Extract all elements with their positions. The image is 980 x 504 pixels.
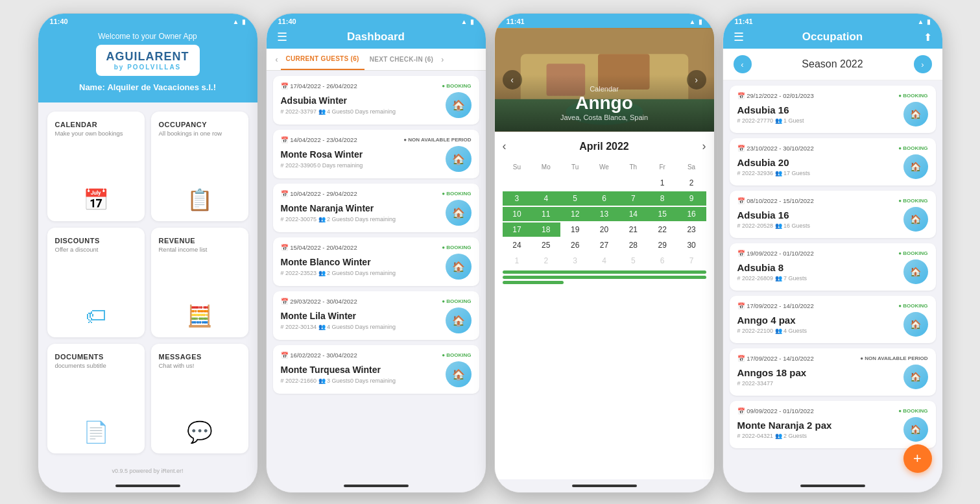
cal-cell-5-4[interactable]: 5	[619, 254, 648, 268]
cal-cell-4-3[interactable]: 27	[590, 238, 619, 252]
card-name-0: Adsubia Winter	[281, 95, 396, 106]
cal-cell-5-6[interactable]: 7	[677, 254, 706, 268]
cal-cell-5-2[interactable]: 3	[560, 254, 590, 268]
cal-cell-0-2[interactable]	[560, 176, 590, 190]
cal-cell-2-6[interactable]: 16	[677, 207, 706, 221]
cal-cell-1-5[interactable]: 8	[648, 191, 677, 206]
occ-ref-4: # 2022-22100 👥 4 Guests	[737, 328, 807, 334]
cal-cell-4-5[interactable]: 29	[648, 238, 677, 252]
cal-cell-3-1[interactable]: 18	[531, 222, 560, 237]
cal-cell-3-0[interactable]: 17	[503, 222, 532, 237]
occ-card-0[interactable]: 📅 29/12/2022 - 02/01/2023 ● BOOKING Adsu…	[730, 86, 936, 133]
wifi-icon-4: ▲	[918, 18, 924, 25]
occ-card-5[interactable]: 📅 17/09/2022 - 14/10/2022 ● NON AVAILABL…	[730, 348, 936, 396]
cal-cell-0-3[interactable]	[590, 176, 619, 190]
tile-documents[interactable]: DOCUMENTS documents subtitle 📄	[47, 344, 145, 453]
cal-cell-0-6[interactable]: 2	[677, 176, 706, 190]
card-days-0: 0 Days remaining	[350, 108, 396, 115]
welcome-text: Welcome to your Owner App	[51, 32, 245, 41]
occ-header-2: 📅 08/10/2022 - 15/10/2022 ● BOOKING	[737, 197, 928, 204]
home-indicator-1	[115, 485, 180, 487]
cal-cell-3-4[interactable]: 21	[619, 222, 648, 237]
cal-cell-0-1[interactable]	[531, 176, 560, 190]
cal-cell-1-4[interactable]: 7	[619, 191, 648, 206]
tile-discounts[interactable]: DISCOUNTS Offer a discount 🏷	[47, 228, 145, 337]
cal-cell-1-2[interactable]: 5	[560, 191, 590, 206]
season-next-btn[interactable]: ›	[914, 55, 932, 73]
cal-cell-5-1[interactable]: 2	[531, 254, 560, 268]
cal-cell-2-0[interactable]: 10	[503, 207, 532, 221]
occ-card-3[interactable]: 📅 19/09/2022 - 01/10/2022 ● BOOKING Adsu…	[730, 243, 936, 291]
cal-cell-5-5[interactable]: 6	[648, 254, 677, 268]
booking-card-5[interactable]: 📅 16/02/2022 - 30/04/2022 ● BOOKING Mont…	[273, 345, 479, 394]
card-ref-3: # 2022-23523 👥 2 Guests	[281, 270, 351, 276]
card-ref-1: # 2022-33905	[281, 162, 317, 169]
cal-cell-4-0[interactable]: 24	[503, 238, 532, 252]
card-name-2: Monte Naranja Winter	[281, 203, 396, 213]
booking-card-1[interactable]: 📅 14/04/2022 - 23/04/2022 ● NON AVAILABL…	[273, 130, 479, 178]
tile-revenue[interactable]: REVENUE Rental income list 🧮	[151, 228, 248, 337]
card-badge-4: ● BOOKING	[442, 298, 471, 304]
cal-cell-0-5[interactable]: 1	[648, 176, 677, 190]
filter-icon[interactable]: ⬆	[924, 31, 932, 43]
cal-cell-3-6[interactable]: 23	[677, 222, 706, 237]
occ-card-2[interactable]: 📅 08/10/2022 - 15/10/2022 ● BOOKING Adsu…	[730, 191, 936, 238]
cal-cell-3-2[interactable]: 19	[560, 222, 590, 237]
occ-header-6: 📅 09/09/2022 - 01/10/2022 ● BOOKING	[737, 407, 928, 414]
cal-cell-0-4[interactable]	[619, 176, 648, 190]
booking-card-4[interactable]: 📅 29/03/2022 - 30/04/2022 ● BOOKING Mont…	[273, 291, 479, 340]
tab-next-checkin[interactable]: NEXT CHECK-IN (6)	[365, 49, 438, 69]
cal-cell-4-4[interactable]: 28	[619, 238, 648, 252]
wifi-icon: ▲	[233, 18, 239, 25]
cal-cell-2-3[interactable]: 13	[590, 207, 619, 221]
hamburger-icon-4[interactable]: ☰	[734, 30, 744, 44]
occ-card-1[interactable]: 📅 23/10/2022 - 30/10/2022 ● BOOKING Adsu…	[730, 138, 936, 186]
card-date-3: 📅 15/04/2022 - 20/04/2022	[281, 244, 357, 251]
bottom-bar-4	[723, 479, 942, 492]
card-footer-3: # 2022-23523 👥 2 Guests 0 Days remaining	[281, 270, 396, 276]
card-body-1: Monte Rosa Winter # 2022-33905 0 Days re…	[281, 146, 472, 172]
tile-occupancy-title: OCCUPANCY	[159, 121, 208, 128]
tile-occupancy[interactable]: OCCUPANCY All bookings in one row 📋	[151, 112, 248, 221]
occ-date-5: 📅 17/09/2022 - 14/10/2022	[737, 355, 814, 362]
hamburger-icon-2[interactable]: ☰	[277, 30, 287, 44]
cal-cell-2-2[interactable]: 12	[560, 207, 590, 221]
cal-cell-1-3[interactable]: 6	[590, 191, 619, 206]
occ-badge-5: ● NON AVAILABLE PERIOD	[860, 355, 927, 361]
cal-cell-5-3[interactable]: 4	[590, 254, 619, 268]
tile-messages[interactable]: MESSAGES Chat with us! 💬	[151, 344, 248, 453]
cal-cell-5-0[interactable]: 1	[503, 254, 532, 268]
occ-ref-0: # 2022-27770 👥 1 Guest	[737, 117, 804, 124]
status-icons-4: ▲ ▮	[918, 18, 931, 25]
cal-cell-1-6[interactable]: 9	[677, 191, 706, 206]
status-bar-4: 11:41 ▲ ▮	[723, 14, 942, 28]
booking-card-3[interactable]: 📅 15/04/2022 - 20/04/2022 ● BOOKING Mont…	[273, 237, 479, 286]
booking-card-2[interactable]: 📅 10/04/2022 - 29/04/2022 ● BOOKING Mont…	[273, 184, 479, 232]
booking-card-0[interactable]: 📅 17/04/2022 - 26/04/2022 ● BOOKING Adsu…	[273, 76, 479, 125]
cal-cell-1-1[interactable]: 4	[531, 191, 560, 206]
card-date-5: 📅 16/02/2022 - 30/04/2022	[281, 352, 357, 359]
tile-calendar[interactable]: CALENDAR Make your own bookings 📅	[47, 112, 145, 221]
cal-cell-3-3[interactable]: 20	[590, 222, 619, 237]
cal-cell-3-5[interactable]: 22	[648, 222, 677, 237]
card-thumb-2: 🏠	[446, 200, 472, 226]
occ-card-4[interactable]: 📅 17/09/2022 - 14/10/2022 ● BOOKING Anng…	[730, 296, 936, 343]
tabs-next-arrow[interactable]: ›	[438, 50, 446, 69]
occ-card-6[interactable]: 📅 09/09/2022 - 01/10/2022 ● BOOKING Mont…	[730, 401, 936, 448]
cal-cell-4-1[interactable]: 25	[531, 238, 560, 252]
cal-next-arrow[interactable]: ›	[702, 139, 706, 153]
cal-cell-2-1[interactable]: 11	[531, 207, 560, 221]
cal-prev-arrow[interactable]: ‹	[503, 139, 507, 153]
cal-cell-2-5[interactable]: 15	[648, 207, 677, 221]
cal-cell-0-0[interactable]	[503, 176, 532, 190]
occ-header-0: 📅 29/12/2022 - 02/01/2023 ● BOOKING	[737, 92, 928, 99]
cal-cell-4-2[interactable]: 26	[560, 238, 590, 252]
tile-documents-title: DOCUMENTS	[55, 353, 104, 361]
cal-cell-2-4[interactable]: 14	[619, 207, 648, 221]
tab-current-guests[interactable]: CURRENT GUESTS (6)	[281, 49, 365, 70]
fab-add-button[interactable]: +	[903, 444, 932, 473]
cal-cell-4-6[interactable]: 30	[677, 238, 706, 252]
season-prev-btn[interactable]: ‹	[734, 55, 752, 73]
tabs-prev-arrow[interactable]: ‹	[273, 50, 281, 69]
cal-cell-1-0[interactable]: 3	[503, 191, 532, 206]
